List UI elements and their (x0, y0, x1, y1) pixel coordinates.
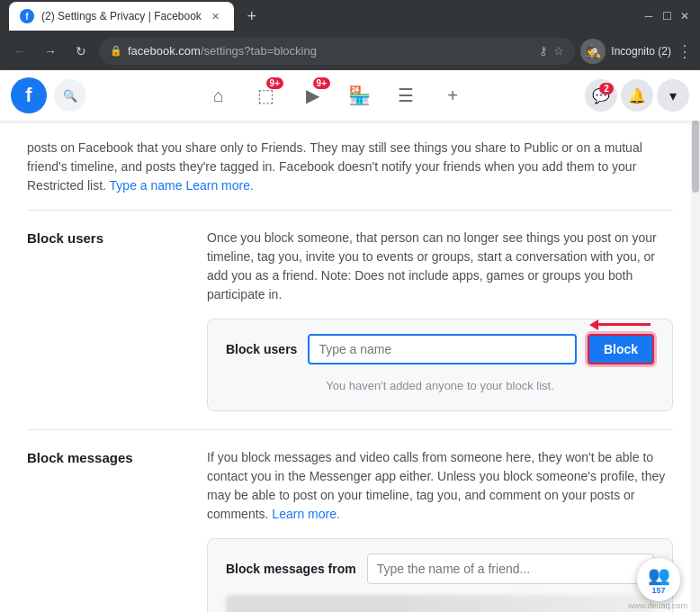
browser-menu-button[interactable]: ⋮ (677, 41, 693, 61)
create-icon: + (447, 86, 458, 106)
block-users-empty-text: You haven't added anyone to your block l… (226, 375, 654, 396)
block-messages-input[interactable] (367, 554, 654, 584)
marketplace-nav-button[interactable]: 🏪 (337, 74, 381, 117)
block-users-content: Once you block someone, that person can … (207, 229, 673, 411)
lock-icon: 🔒 (110, 45, 122, 57)
block-users-section: Block users Once you block someone, that… (27, 211, 673, 430)
key-icon[interactable]: ⚷ (539, 44, 548, 58)
back-button[interactable]: ← (7, 39, 32, 64)
restricted-list-text: posts on Facebook that you share only to… (27, 139, 673, 211)
block-users-desc: Once you block someone, that person can … (207, 229, 673, 304)
facebook-navbar: f 🔍 ⌂ ⬚ 9+ ▶ 9+ 🏪 ☰ + 💬 2 🔔 (0, 70, 700, 121)
block-users-input-row: Block users Block (226, 334, 654, 364)
notifications-button[interactable]: 🔔 (621, 79, 653, 112)
search-button[interactable]: 🔍 (54, 79, 86, 112)
account-menu-button[interactable]: ▾ (657, 79, 689, 112)
incognito-area: 🕵 Incognito (2) (580, 39, 671, 64)
watch-badge: 9+ (313, 77, 330, 89)
star-icon[interactable]: ☆ (553, 44, 564, 58)
url-bar[interactable]: 🔒 facebook.com/settings?tab=blocking ⚷ ☆ (99, 38, 575, 65)
window-controls: ─ ☐ ✕ (642, 10, 691, 22)
block-users-input[interactable] (308, 334, 577, 364)
restricted-learn-more-link[interactable]: Type a name (110, 178, 183, 193)
tab-favicon: f (20, 9, 34, 23)
restricted-learn-more-link[interactable]: Learn more. (185, 178, 253, 193)
block-users-button[interactable]: Block (588, 334, 654, 364)
chevron-down-icon: ▾ (669, 87, 677, 104)
scrollbar[interactable]: ▲ ▼ (691, 121, 700, 612)
people-online-button[interactable]: 👥 157 (637, 558, 680, 601)
address-bar: ← → ↻ 🔒 facebook.com/settings?tab=blocki… (0, 32, 700, 70)
maximize-button[interactable]: ☐ (660, 10, 673, 22)
tab-area: f (2) Settings & Privacy | Facebook ✕ + (9, 2, 635, 31)
incognito-label: Incognito (2) (611, 45, 671, 58)
blurred-friend-row (226, 595, 654, 612)
content-area: posts on Facebook that you share only to… (0, 121, 700, 612)
messenger-button[interactable]: 💬 2 (585, 79, 617, 112)
title-bar: f (2) Settings & Privacy | Facebook ✕ + … (0, 0, 700, 32)
tab-close-button[interactable]: ✕ (209, 9, 223, 23)
tab-title: (2) Settings & Privacy | Facebook (41, 10, 202, 22)
block-messages-container: Block messages from (207, 538, 673, 612)
watch-nav-button[interactable]: ▶ 9+ (291, 74, 334, 117)
forward-button[interactable]: → (38, 39, 63, 64)
url-text: facebook.com/settings?tab=blocking (128, 44, 534, 58)
block-users-title: Block users (27, 229, 189, 411)
main-area: posts on Facebook that you share only to… (0, 121, 700, 612)
marketplace-icon: 🏪 (348, 85, 371, 106)
block-messages-desc: If you block messages and video calls fr… (207, 448, 673, 524)
block-messages-title: Block messages (27, 448, 189, 612)
close-window-button[interactable]: ✕ (678, 10, 691, 22)
url-right-icons: ⚷ ☆ (539, 44, 564, 58)
menu-icon: ☰ (398, 85, 414, 106)
url-path: /settings?tab=blocking (201, 44, 317, 58)
menu-nav-button[interactable]: ☰ (384, 74, 427, 117)
nav-right: 💬 2 🔔 ▾ (585, 79, 689, 112)
block-users-container: Block users Block You haven't added anyo… (207, 319, 673, 411)
create-nav-button[interactable]: + (431, 74, 474, 117)
friends-badge: 9+ (266, 77, 283, 89)
block-messages-section: Block messages If you block messages and… (27, 430, 673, 612)
block-messages-input-row: Block messages from (226, 554, 654, 584)
refresh-button[interactable]: ↻ (68, 39, 94, 64)
block-messages-label: Block messages from (226, 562, 356, 576)
browser-tab[interactable]: f (2) Settings & Privacy | Facebook ✕ (9, 2, 234, 31)
minimize-button[interactable]: ─ (642, 10, 655, 22)
bell-icon: 🔔 (628, 87, 646, 104)
nav-center: ⌂ ⬚ 9+ ▶ 9+ 🏪 ☰ + (90, 74, 581, 117)
new-tab-button[interactable]: + (239, 4, 265, 29)
home-nav-button[interactable]: ⌂ (197, 74, 240, 117)
friends-nav-button[interactable]: ⬚ 9+ (244, 74, 287, 117)
block-users-label: Block users (226, 342, 297, 356)
facebook-logo: f (11, 77, 47, 113)
messages-learn-more-link[interactable]: Learn more. (272, 507, 339, 521)
block-messages-content: If you block messages and video calls fr… (207, 448, 673, 612)
scrollbar-thumb[interactable] (692, 121, 699, 193)
incognito-icon: 🕵 (580, 39, 606, 64)
url-domain: facebook.com (128, 44, 201, 58)
online-count: 157 (651, 586, 665, 595)
home-icon: ⌂ (213, 86, 224, 106)
watermark: www.deuaq.com (628, 601, 687, 610)
messenger-badge: 2 (599, 83, 614, 94)
people-icon: 👥 (648, 564, 670, 586)
search-icon: 🔍 (63, 89, 77, 103)
